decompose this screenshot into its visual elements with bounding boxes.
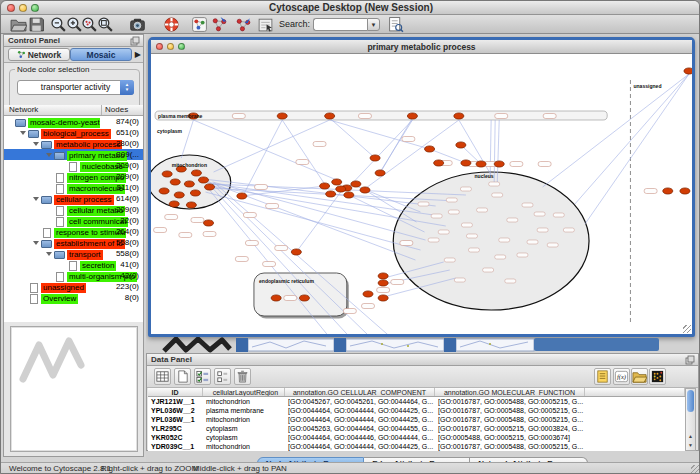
select-attributes-icon[interactable] [194, 368, 211, 385]
table-row[interactable]: YJR121W__1mitochondrion[GO:0045267, GO:0… [148, 397, 685, 406]
network-node[interactable] [336, 186, 346, 192]
network-node[interactable] [170, 179, 180, 185]
network-node[interactable] [191, 170, 201, 176]
tree-row[interactable]: nitrogen compo209(0) [4, 171, 143, 182]
column-header[interactable]: _cellularLayoutRegion [203, 388, 285, 396]
network-node[interactable] [237, 193, 247, 199]
birds-eye-view[interactable] [10, 326, 138, 452]
unselect-attributes-icon[interactable] [214, 368, 231, 385]
tree-row[interactable]: response to stimulu264(0) [4, 226, 143, 237]
network-node[interactable] [169, 201, 179, 207]
tree-row[interactable]: transport558(0) [4, 248, 143, 259]
tab-network[interactable]: Network [8, 48, 70, 61]
expander-icon[interactable] [20, 131, 26, 135]
network-node[interactable] [277, 113, 287, 119]
network-node[interactable] [204, 184, 214, 190]
zoom-to-fit-icon[interactable] [97, 16, 114, 33]
tree-item-label[interactable]: Overview [41, 294, 78, 304]
network-window-titlebar[interactable]: primary metabolic process [151, 40, 692, 54]
zoom-selected-region-icon[interactable] [81, 16, 98, 33]
scrollbar-thumb[interactable] [687, 390, 694, 412]
save-session-icon[interactable] [28, 16, 45, 33]
table-row[interactable]: YDR039C__1mitochondrion[GO:0044464, GO:0… [148, 442, 685, 451]
network-node[interactable] [198, 177, 208, 183]
network-node[interactable] [325, 113, 335, 119]
window-titlebar[interactable]: Cytoscape Desktop (New Session) [1, 1, 700, 15]
network-node[interactable] [684, 68, 692, 74]
tree-row[interactable]: nucleobase-209(0) [4, 160, 143, 171]
network-node[interactable] [494, 161, 504, 167]
search-input[interactable] [313, 18, 367, 31]
table-grid-icon[interactable] [154, 368, 171, 385]
float-panel-icon[interactable] [685, 355, 695, 365]
network-node[interactable] [378, 273, 388, 279]
network-node[interactable] [351, 181, 361, 187]
open-network-icon[interactable] [10, 16, 27, 33]
network-node[interactable] [663, 188, 673, 194]
network-node[interactable] [344, 192, 354, 198]
expander-icon[interactable] [33, 197, 39, 201]
delete-attribute-icon[interactable] [234, 368, 251, 385]
tree-row[interactable]: metabolic process280(0) [4, 138, 143, 149]
expander-icon[interactable] [33, 241, 39, 245]
import-attributes-icon[interactable] [631, 368, 648, 385]
network-node[interactable] [162, 171, 172, 177]
table-row[interactable]: YPL036W__1mitochondrion[GO:0044464, GO:0… [148, 415, 685, 424]
tree-row[interactable]: secretion41(0) [4, 259, 143, 270]
zoom-out-icon[interactable] [50, 16, 67, 33]
network-node[interactable] [378, 295, 388, 301]
vizmapper-icon[interactable] [191, 16, 208, 33]
tree-row[interactable]: mosaic-demo-yeast874(0) [4, 116, 143, 127]
column-header[interactable]: annotation.GO CELLULAR_COMPONENT [285, 388, 435, 396]
network-view-window[interactable]: primary metabolic process plasma membran… [148, 37, 695, 337]
scroll-up-icon[interactable]: ▲ [686, 432, 695, 441]
background-windows-strip[interactable] [146, 337, 699, 353]
tree-row[interactable]: multi-organism pro42(0) [4, 270, 143, 281]
network-node[interactable] [454, 113, 464, 119]
tree-row[interactable]: biological_process651(0) [4, 127, 143, 138]
help-ring-icon[interactable] [163, 16, 180, 33]
network-node[interactable] [407, 113, 417, 119]
network-node[interactable] [370, 155, 380, 161]
network-node[interactable] [680, 188, 690, 194]
network-node[interactable] [291, 249, 301, 255]
network-node[interactable] [184, 181, 194, 187]
table-row[interactable]: YPL036W__2plasma membrane[GO:0044464, GO… [148, 406, 685, 415]
network-node[interactable] [332, 179, 342, 185]
tab-overflow-arrow[interactable]: ▶ [135, 51, 141, 59]
table-scrollbar[interactable]: ▲ ▼ [685, 388, 696, 451]
region-nucleus[interactable] [393, 172, 589, 310]
network-node[interactable] [190, 190, 200, 196]
network-node[interactable] [363, 291, 373, 297]
network-node[interactable] [360, 187, 370, 193]
float-panel-icon[interactable] [130, 36, 140, 46]
search-options-icon[interactable] [387, 16, 404, 33]
matrix-view-icon[interactable] [649, 368, 666, 385]
network-node[interactable] [271, 295, 281, 301]
expander-icon[interactable] [46, 252, 52, 256]
tab-mosaic[interactable]: Mosaic [70, 48, 132, 61]
network-node[interactable] [375, 170, 385, 176]
tree-row[interactable]: macromolecule311(0) [4, 182, 143, 193]
network-node[interactable] [378, 280, 388, 286]
tree-row[interactable]: cellular metabo209(0) [4, 204, 143, 215]
table-row[interactable]: YKR052Ccytoplasm[GO:0044464, GO:0044446,… [148, 433, 685, 442]
new-attribute-icon[interactable] [174, 368, 191, 385]
network-node[interactable] [159, 188, 169, 194]
edit-network-1-icon[interactable] [211, 16, 228, 33]
attribute-list-icon[interactable] [594, 368, 611, 385]
network-node[interactable] [461, 160, 471, 166]
expander-icon[interactable] [46, 153, 52, 157]
tree-col-divider[interactable] [101, 105, 102, 115]
network-node[interactable] [326, 191, 336, 197]
network-node[interactable] [203, 220, 213, 226]
annotation-pad-icon[interactable] [257, 16, 274, 33]
network-node[interactable] [425, 146, 435, 152]
search-dropdown-arrow[interactable]: ▼ [367, 18, 380, 31]
network-node[interactable] [320, 183, 330, 189]
expander-icon[interactable] [33, 142, 39, 146]
tree-row[interactable]: Overview8(0) [4, 292, 143, 303]
network-node[interactable] [299, 295, 309, 301]
network-node[interactable] [186, 202, 196, 208]
tree-row[interactable]: unassigned223(0) [4, 281, 143, 292]
